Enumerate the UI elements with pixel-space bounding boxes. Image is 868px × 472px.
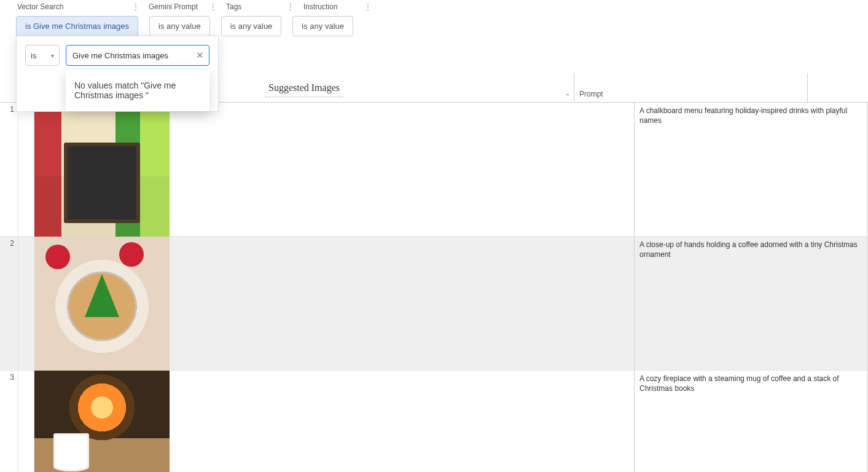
table-row[interactable]: 1 A chalkboard menu featuring holiday-in… <box>0 103 868 237</box>
clear-input-icon[interactable]: ✕ <box>194 50 205 61</box>
suggested-image-thumbnail[interactable] <box>34 103 170 237</box>
chevron-down-icon: ▾ <box>51 52 54 59</box>
prompt-cell: A close-up of hands holding a coffee ado… <box>635 237 868 370</box>
prompt-cell: A cozy fireplace with a steaming mug of … <box>635 371 868 472</box>
sort-ascending-icon[interactable]: ⌃ <box>565 93 570 100</box>
filter-label-vector-search: Vector Search <box>17 2 63 11</box>
filter-label-tags: Tags <box>226 2 241 11</box>
row-number: 3 <box>0 371 18 472</box>
filter-pill-tags[interactable]: is any value <box>221 16 282 36</box>
suggested-image-thumbnail[interactable] <box>34 237 170 371</box>
prompt-cell: A chalkboard menu featuring holiday-insp… <box>635 103 868 236</box>
filter-menu-icon[interactable]: ⋮ <box>286 2 295 12</box>
filter-label-gemini-prompt: Gemini Prompt <box>149 2 198 11</box>
filter-editor-popover: is ▾ ✕ No values match "Give me Christma… <box>16 36 219 112</box>
filter-operator-value: is <box>31 51 36 60</box>
filter-pill-gemini-prompt[interactable]: is any value <box>149 16 210 36</box>
row-number: 2 <box>0 237 18 370</box>
filter-menu-icon[interactable]: ⋮ <box>209 2 217 12</box>
column-header-prompt[interactable]: Prompt <box>579 90 603 98</box>
filter-operator-select[interactable]: is ▾ <box>25 45 60 66</box>
row-number: 1 <box>0 103 18 236</box>
no-values-match-message: No values match "Give me Christmas image… <box>74 81 176 100</box>
table-row[interactable]: 3 A cozy fireplace with a steaming mug o… <box>0 371 868 472</box>
column-header-suggested-images[interactable]: Suggested Images <box>268 82 340 93</box>
suggested-image-thumbnail[interactable] <box>34 371 170 472</box>
filter-pill-instruction[interactable]: is any value <box>292 16 353 36</box>
filter-pill-vector-search[interactable]: is Give me Christmas images <box>16 16 138 36</box>
filter-menu-icon[interactable]: ⋮ <box>364 2 372 12</box>
filter-value-input[interactable] <box>71 50 194 61</box>
filter-autocomplete-dropdown: No values match "Give me Christmas image… <box>66 69 209 111</box>
filter-label-instruction: Instruction <box>303 2 337 11</box>
filter-menu-icon[interactable]: ⋮ <box>131 2 140 12</box>
table-row[interactable]: 2 A close-up of hands holding a coffee a… <box>0 237 868 371</box>
